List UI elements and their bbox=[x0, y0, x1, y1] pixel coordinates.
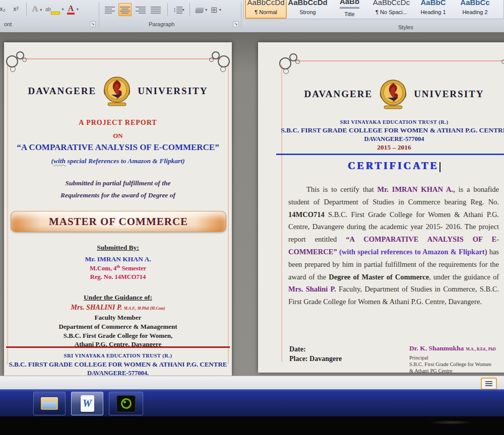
guide-designation: Faculty Member bbox=[4, 314, 232, 322]
guide-name: Mrs. SHALINI P. bbox=[71, 304, 122, 311]
align-right-icon bbox=[136, 6, 146, 14]
align-left-button[interactable] bbox=[103, 3, 116, 16]
style-preview: AaBbC bbox=[413, 0, 453, 9]
paragraph-group-label: Paragraph bbox=[149, 21, 174, 27]
text-effects-icon: A bbox=[32, 4, 38, 14]
style-label: Heading 2 bbox=[455, 9, 495, 15]
style-label: ¶ Normal bbox=[246, 9, 286, 15]
student-course: M.Com, 4th Semester bbox=[4, 264, 232, 272]
align-center-icon bbox=[120, 6, 130, 14]
guide-qualifications: M.A.F., M.Phil (M.Com) bbox=[124, 306, 165, 311]
guidance-heading: Under the Guidance of: bbox=[4, 294, 232, 302]
borders-grid-icon: ⊞ bbox=[211, 6, 217, 14]
font-color-button[interactable]: A ▾ bbox=[67, 3, 79, 16]
document-page-certificate[interactable]: DAVANGERE UNIVERSITY SRI VINAYAKA EDUCAT… bbox=[258, 42, 504, 373]
line-spacing-button[interactable]: ↕▾ bbox=[172, 3, 185, 16]
align-right-button[interactable] bbox=[134, 3, 147, 16]
text-cursor bbox=[439, 162, 440, 172]
chevron-down-icon: ▾ bbox=[219, 8, 221, 12]
chevron-down-icon: ▾ bbox=[62, 7, 64, 12]
principal-qualifications: M.A., B.Ed., PhD bbox=[466, 347, 496, 351]
scroll-options-button[interactable] bbox=[481, 378, 497, 390]
style-title[interactable]: AaBb Title bbox=[329, 0, 370, 19]
trust-line: SRI VINAYAKA EDUCATION TRUST (R.) bbox=[258, 119, 504, 125]
project-title: “A COMPARATIVE ANALYSIS OF E-COMMERCE” bbox=[4, 142, 232, 153]
group-divider bbox=[99, 2, 99, 28]
divider bbox=[190, 3, 190, 16]
shading-button[interactable]: ▾ bbox=[195, 3, 208, 16]
paint-bucket-icon bbox=[195, 7, 204, 13]
style-heading-1[interactable]: AaBbC Heading 1 bbox=[412, 0, 454, 19]
principal-title: Principal bbox=[409, 354, 504, 361]
degree-title: MASTER OF COMMERCE bbox=[49, 215, 188, 228]
guide-name-line: Mrs. SHALINI P. M.A.F., M.Phil (M.Com) bbox=[4, 304, 232, 312]
page-border-line bbox=[19, 58, 221, 59]
align-center-button[interactable] bbox=[118, 3, 132, 16]
word-icon: W bbox=[81, 395, 94, 412]
principal-centre: & Athani PG Centre bbox=[409, 368, 504, 374]
student-reg-no: Reg. No. 14MCO714 bbox=[4, 273, 232, 281]
certificate-heading-line: CERTIFICATE bbox=[258, 160, 504, 172]
styles-gallery: AaBbCcDd ¶ Normal AaBbCcDd Strong AaBb T… bbox=[243, 0, 504, 19]
certificate-body: This is to certify that Mr. IMRAN KHAN A… bbox=[288, 183, 499, 308]
city-line: DAVANGERE-577004 bbox=[258, 135, 504, 143]
paragraph-dialog-launcher[interactable]: ↘ bbox=[233, 21, 239, 27]
certificate-heading: CERTIFICATE bbox=[348, 160, 439, 171]
style-preview: AaBb bbox=[340, 0, 359, 9]
style-strong[interactable]: AaBbCcDd Strong bbox=[287, 0, 329, 19]
report-title-line1: A PROJECT REPORT bbox=[4, 119, 232, 127]
style-normal[interactable]: AaBbCcDd ¶ Normal bbox=[245, 0, 287, 19]
document-page-cover[interactable]: DAVANGERE UNIVERSITY A PROJECT REPORT ON… bbox=[4, 42, 232, 376]
style-no-spacing[interactable]: AaBbCcDc ¶ No Spaci... bbox=[370, 0, 412, 19]
corner-ornament-icon bbox=[5, 50, 33, 79]
date-label: Date: bbox=[289, 345, 306, 353]
submission-line2: Requirements for the award of Degree of bbox=[4, 191, 232, 199]
academic-year: 2015 – 2016 bbox=[258, 143, 504, 152]
ribbon: x₂ x² A ▾ ab ▾ A ▾ ont ↘ ↕▾ ▾ ⊞ ▾ Paragr… bbox=[0, 0, 504, 34]
principal-signature-block: Dr. K. Shanmukha M.A., B.Ed., PhD Princi… bbox=[409, 343, 504, 374]
project-subtitle: (with special References to Amazon & Fli… bbox=[4, 157, 232, 165]
word-taskbar-button[interactable]: W bbox=[71, 392, 103, 415]
justify-icon bbox=[151, 6, 161, 14]
superscript-button[interactable]: x² bbox=[10, 3, 21, 16]
report-title-line2: ON bbox=[4, 132, 232, 140]
university-logo-icon bbox=[379, 79, 408, 110]
footer-rule bbox=[6, 346, 230, 348]
ribbon-group-paragraph: ↕▾ ▾ ⊞ ▾ bbox=[103, 3, 222, 16]
university-name-left: DAVANGERE bbox=[304, 89, 373, 100]
text-effects-button[interactable]: A ▾ bbox=[31, 3, 42, 16]
style-heading-2[interactable]: AaBbCc Heading 2 bbox=[454, 0, 496, 19]
corner-ornament-icon bbox=[203, 50, 231, 79]
style-preview: AaBbCcDd bbox=[246, 0, 286, 9]
subscript-button[interactable]: x₂ bbox=[0, 3, 8, 16]
place-label: Place: Davangere bbox=[289, 355, 342, 363]
justify-button[interactable] bbox=[149, 3, 162, 16]
submitted-by-heading: Submitted By: bbox=[4, 244, 232, 252]
font-group-label: ont bbox=[4, 21, 12, 27]
footer-college: S.B.C. FIRST GRADE COLLEGE FOR WOMEN & A… bbox=[4, 360, 232, 369]
chevron-down-icon: ▾ bbox=[205, 8, 207, 12]
principal-name: Dr. K. Shanmukha bbox=[409, 344, 464, 352]
style-preview: AaBbCcDd bbox=[288, 0, 328, 9]
style-preview: AaBbCcDc bbox=[371, 0, 411, 9]
guide-college: S.B.C. First Grade College for Women, bbox=[4, 332, 232, 340]
style-preview: AaBbCc bbox=[455, 0, 495, 9]
ribbon-group-font: x₂ x² A ▾ ab ▾ A ▾ bbox=[0, 3, 79, 16]
nvidia-taskbar-button[interactable] bbox=[109, 392, 143, 415]
taskbar: W bbox=[0, 389, 504, 417]
group-divider bbox=[241, 2, 241, 28]
explorer-taskbar-button[interactable] bbox=[33, 392, 66, 415]
chevron-down-icon: ▾ bbox=[77, 7, 79, 12]
principal-college: S.B.C. First Grade College for Women bbox=[409, 361, 504, 368]
style-label: Strong bbox=[288, 9, 328, 15]
monitor-bezel bbox=[0, 416, 504, 435]
highlight-color-button[interactable]: ab ▾ bbox=[45, 3, 65, 16]
word-window: x₂ x² A ▾ ab ▾ A ▾ ont ↘ ↕▾ ▾ ⊞ ▾ Paragr… bbox=[0, 0, 504, 435]
university-name-left: DAVANGERE bbox=[28, 86, 97, 97]
borders-button[interactable]: ⊞ ▾ bbox=[210, 3, 222, 16]
chevron-down-icon: ▾ bbox=[182, 8, 184, 12]
divider bbox=[167, 3, 168, 16]
folder-icon bbox=[41, 397, 58, 410]
font-dialog-launcher[interactable]: ↘ bbox=[90, 21, 96, 27]
style-label: Title bbox=[330, 11, 369, 17]
